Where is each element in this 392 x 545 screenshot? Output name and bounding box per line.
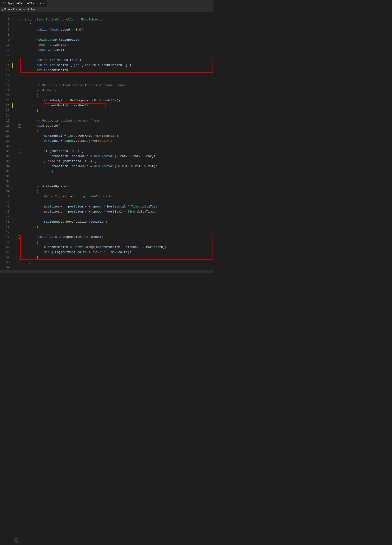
code-line: { [18, 22, 213, 27]
code-line: } [18, 224, 213, 229]
line-content: void FixedUpdate() [22, 184, 70, 189]
line-content: transform.localScale = new Vector3(-0.25… [22, 164, 157, 169]
line-number: 40 [0, 194, 10, 199]
code-line [18, 78, 213, 83]
line-number: 18 [0, 83, 10, 88]
tab-filename: SpriteController.cs [7, 2, 41, 5]
code-line: { [18, 240, 213, 245]
code-line [18, 12, 213, 17]
line-content: float vertical; [22, 48, 64, 53]
code-line [18, 179, 213, 184]
code-line: float vertical; [18, 48, 213, 53]
line-content: rigidbody2d = GetComponent<Rigidbody2D>(… [22, 98, 122, 103]
line-content: void Update() [22, 123, 60, 128]
collapse-button[interactable]: − [18, 160, 21, 163]
line-number: 26 [0, 123, 10, 128]
line-content: horizontal = Input.GetAxis("Horizontal")… [22, 134, 120, 139]
code-line: // Start is called before the first fram… [18, 83, 213, 88]
collapse-button[interactable]: − [18, 185, 21, 188]
line-number: 33 [0, 159, 10, 164]
line-content: { [22, 240, 38, 245]
code-line: float horizontal; [18, 43, 213, 48]
line-number: 42 [0, 204, 10, 209]
code-line: } [18, 169, 213, 174]
line-number: 47 [0, 229, 10, 235]
line-number: 45 [0, 219, 10, 224]
line-content: public int health { get { return current… [22, 63, 131, 68]
code-line: currentHealth = Mathf.Clamp(currentHealt… [18, 245, 213, 250]
line-number: 31 [0, 149, 10, 154]
line-content: // Start is called before the first fram… [22, 83, 126, 88]
code-line [18, 73, 213, 78]
edit-pencil-icon: ✎ [14, 539, 18, 543]
line-content: Debug.Log(currentHealth + "\"/\"" + maxH… [22, 250, 131, 255]
line-number: 46 [0, 224, 10, 229]
line-content: } [22, 169, 53, 174]
line-content: Rigidbody2D rigidbody2d; [22, 37, 81, 43]
code-line: } [18, 174, 213, 179]
code-line: } [18, 260, 213, 265]
gutter [12, 12, 17, 270]
code-line: { [18, 93, 213, 98]
line-number: 30 [0, 144, 10, 149]
line-number: 43 [0, 209, 10, 214]
line-number: 12 [0, 53, 10, 58]
line-content: float horizontal; [22, 43, 68, 48]
line-number: 5 [0, 17, 10, 22]
line-number: 19 [0, 88, 10, 93]
breadcrumb-icon: ⊞ [2, 8, 3, 11]
line-number: 36 [0, 174, 10, 179]
line-number: 9 [0, 37, 10, 43]
collapse-button[interactable]: − [18, 124, 21, 128]
file-tab[interactable]: C# SpriteController.cs × [0, 0, 47, 7]
code-line: horizontal = Input.GetAxis("Horizontal")… [18, 134, 213, 139]
line-number: 21 [0, 98, 10, 103]
line-number: 23 [0, 108, 10, 113]
line-content: } else if (horizontal > 0} { [22, 159, 96, 164]
code-line: currentHealth = maxHealth; [18, 103, 213, 108]
code-line: − void Start() [18, 88, 213, 93]
code-line: − } else if (horizontal > 0} { [18, 159, 213, 164]
line-number: 44 [0, 214, 10, 219]
close-icon[interactable]: × [43, 2, 44, 5]
line-content: { [22, 189, 38, 194]
line-number: 38 [0, 184, 10, 189]
collapse-button[interactable]: − [18, 235, 21, 239]
breadcrumb-text: Miscellaneous Files [4, 8, 36, 11]
collapse-button[interactable]: − [18, 149, 21, 153]
code-line: // Update is called once per frame [18, 118, 213, 123]
code-line [18, 144, 213, 149]
line-content: currentHealth = Mathf.Clamp(currentHealt… [22, 245, 167, 250]
breadcrumb: ⊞ Miscellaneous Files [0, 7, 213, 12]
line-number: 24 [0, 113, 10, 118]
code-line: − if (horizontal < 0} { [18, 149, 213, 154]
line-content: // Update is called once per frame [22, 118, 100, 123]
line-content: public class SpriteController : MonoBeha… [22, 17, 105, 22]
line-number: 15 [0, 68, 10, 73]
line-content: } [22, 260, 31, 265]
line-number: 16 [0, 73, 10, 78]
code-line [18, 265, 213, 270]
line-number: 28 [0, 134, 10, 139]
scrollbar-bottom[interactable] [0, 270, 213, 273]
collapse-button[interactable]: − [18, 18, 21, 21]
line-number: 51 [0, 250, 10, 255]
cs-file-icon: C# [3, 2, 6, 5]
line-content: transform.localScale = new Vector3(0.25f… [22, 154, 155, 159]
code-lines: −public class SpriteController : MonoBeh… [17, 12, 213, 270]
code-line: Rigidbody2D rigidbody2d; [18, 37, 213, 43]
line-number: 37 [0, 179, 10, 184]
line-content: int currentHealth; [22, 68, 70, 73]
line-number: 34 [0, 164, 10, 169]
code-line [18, 229, 213, 235]
code-line: rigidbody2d = GetComponent<Rigidbody2D>(… [18, 98, 213, 103]
line-number: 6 [0, 22, 10, 27]
collapse-button[interactable]: − [18, 89, 21, 92]
yellow-indicator [12, 63, 13, 68]
code-line: { [18, 189, 213, 194]
code-line: −public class SpriteController : MonoBeh… [18, 17, 213, 22]
line-number: 41 [0, 199, 10, 204]
line-content: vertical = Input.GetAxis("Vertical"); [22, 139, 113, 144]
line-content: void Start() [22, 88, 59, 93]
code-line: public int health { get { return current… [18, 63, 213, 68]
